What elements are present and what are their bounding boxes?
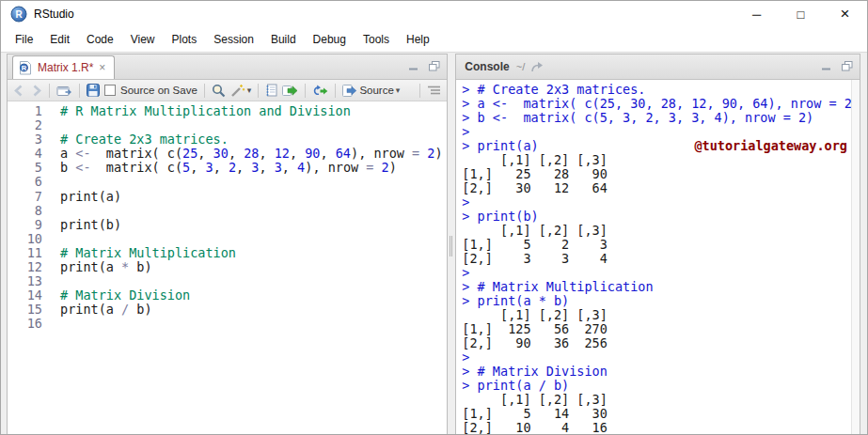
compile-notebook-icon[interactable] xyxy=(265,84,277,97)
tab-close-icon[interactable]: × xyxy=(99,62,105,73)
console-line: > # Matrix Multiplication xyxy=(462,280,860,294)
console-pane: Console ~/ > # Create 2x3 m xyxy=(455,54,860,434)
menu-item-plots[interactable]: Plots xyxy=(164,29,206,50)
curved-arrow-icon xyxy=(530,61,544,72)
svg-text:R: R xyxy=(22,63,27,71)
splitter-handle-icon xyxy=(450,236,452,256)
search-icon[interactable] xyxy=(212,84,226,98)
code-text: print(a / b) xyxy=(51,303,152,317)
editor-line: 12print(a * b) xyxy=(8,260,447,274)
magic-wand-icon xyxy=(230,84,245,98)
console-line: > a <- matrix( c(25, 30, 28, 12, 90, 64)… xyxy=(462,97,860,111)
run-icon[interactable] xyxy=(282,85,298,97)
console-line: [1,] 5 2 3 xyxy=(462,238,860,252)
tab-label: Matrix 1.R* xyxy=(38,61,93,74)
console-line: > print(b) xyxy=(462,210,860,224)
line-number: 8 xyxy=(8,204,51,218)
line-number: 13 xyxy=(8,274,51,288)
watermark-text: @tutorialgateway.org xyxy=(694,139,847,153)
source-pane: R Matrix 1.R* × xyxy=(7,54,448,434)
menu-item-tools[interactable]: Tools xyxy=(355,29,398,50)
console-line: [1,] 25 28 90 xyxy=(462,167,860,181)
rerun-icon[interactable] xyxy=(312,85,328,97)
code-text: print(a) xyxy=(51,190,121,204)
console-line: > print(a * b) xyxy=(462,294,860,308)
console-line: [2,] 90 36 256 xyxy=(462,336,860,350)
editor-line: 1# R Matrix Multiplication and Division xyxy=(8,104,447,118)
menu-item-view[interactable]: View xyxy=(122,29,164,50)
title-bar: R RStudio ─ □ × xyxy=(1,1,867,27)
svg-text:R: R xyxy=(15,9,23,20)
menu-item-help[interactable]: Help xyxy=(398,29,438,50)
maximize-pane-icon[interactable] xyxy=(842,61,853,71)
line-number: 4 xyxy=(8,147,51,161)
line-number: 14 xyxy=(8,288,51,303)
pane-splitter[interactable] xyxy=(448,54,455,434)
console-line: > xyxy=(462,195,860,210)
code-text: # Matrix Division xyxy=(51,288,190,303)
open-console-in-window-button[interactable] xyxy=(530,61,544,72)
console-line: [2,] 30 12 64 xyxy=(462,181,860,195)
console-title: Console xyxy=(465,60,509,73)
line-number: 2 xyxy=(8,118,51,132)
chevron-down-icon: ▾ xyxy=(396,85,401,95)
code-text xyxy=(51,317,60,331)
back-icon[interactable] xyxy=(13,85,25,97)
console-body[interactable]: > # Create 2x3 matrices.> a <- matrix( c… xyxy=(456,80,860,434)
editor-line: 3# Create 2x3 matrices. xyxy=(8,132,447,147)
menu-item-debug[interactable]: Debug xyxy=(305,29,355,50)
code-tools-button[interactable]: ▾ xyxy=(230,84,252,98)
main-area: R Matrix 1.R* × xyxy=(1,52,867,434)
menu-item-edit[interactable]: Edit xyxy=(41,29,78,50)
editor-line: 8 xyxy=(8,204,447,218)
forward-icon[interactable] xyxy=(30,85,42,97)
editor-line: 10 xyxy=(8,232,447,246)
menu-item-session[interactable]: Session xyxy=(205,29,262,50)
code-text: # R Matrix Multiplication and Division xyxy=(51,104,351,118)
toolbar-separator xyxy=(79,84,80,98)
menu-item-build[interactable]: Build xyxy=(262,29,305,50)
code-text xyxy=(51,274,60,288)
maximize-pane-icon[interactable] xyxy=(429,61,440,71)
line-number: 6 xyxy=(8,175,51,189)
console-line: [2,] 3 3 4 xyxy=(462,252,860,266)
menu-item-file[interactable]: File xyxy=(7,29,41,50)
line-number: 12 xyxy=(8,260,51,274)
console-line: > xyxy=(462,350,860,365)
tab-matrix-file[interactable]: R Matrix 1.R* × xyxy=(12,55,115,79)
console-line: > print(a / b) xyxy=(462,379,860,393)
line-number: 9 xyxy=(8,218,51,232)
editor-line: 5b <- matrix( c(5, 3, 2, 3, 3, 4), nrow … xyxy=(8,161,447,175)
minimize-pane-icon[interactable] xyxy=(409,62,418,71)
console-pane-buttons xyxy=(822,61,853,71)
menu-item-code[interactable]: Code xyxy=(78,29,122,50)
source-on-save-toggle[interactable]: Source on Save xyxy=(104,85,197,96)
console-line: [2,] 10 4 16 xyxy=(462,421,860,434)
chevron-down-icon: ▾ xyxy=(247,85,252,95)
minimize-pane-icon[interactable] xyxy=(822,62,831,71)
console-scrollbar[interactable] xyxy=(851,80,860,434)
source-on-save-label: Source on Save xyxy=(120,85,197,96)
editor-line: 2 xyxy=(8,118,447,132)
save-icon[interactable] xyxy=(87,84,100,97)
close-window-button[interactable]: × xyxy=(823,1,867,27)
minimize-window-button[interactable]: ─ xyxy=(734,1,779,27)
document-outline-icon[interactable] xyxy=(427,85,441,97)
editor-line: 9print(b) xyxy=(8,218,447,232)
window-controls: ─ □ × xyxy=(734,1,867,27)
source-button[interactable]: Source ▾ xyxy=(342,85,400,97)
console-working-directory: ~/ xyxy=(516,61,525,72)
console-line: [,1] [,2] [,3] xyxy=(462,308,860,322)
source-pane-buttons xyxy=(409,61,440,71)
code-text xyxy=(51,204,60,218)
maximize-window-button[interactable]: □ xyxy=(779,1,823,27)
source-on-save-checkbox[interactable] xyxy=(104,85,116,96)
toolbar-separator xyxy=(335,84,336,98)
editor-line: 14# Matrix Division xyxy=(8,288,447,303)
line-number: 15 xyxy=(8,303,51,317)
line-number: 16 xyxy=(8,317,51,331)
open-in-new-window-icon[interactable] xyxy=(56,85,72,97)
editor-line: 7print(a) xyxy=(8,190,447,204)
code-text: a <- matrix( c(25, 30, 28, 12, 90, 64), … xyxy=(51,147,443,161)
editor-body[interactable]: 1# R Matrix Multiplication and Division2… xyxy=(8,101,447,434)
